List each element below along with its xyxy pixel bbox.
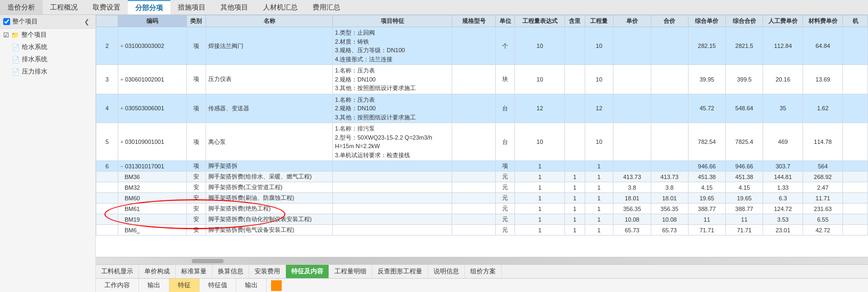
horizontal-scrollbar[interactable] — [96, 257, 868, 264]
sidebar-item-water[interactable]: 📄 给水系统 — [0, 41, 95, 53]
cell-type: 项 — [186, 27, 206, 65]
cell-mat: 231.63 — [803, 204, 843, 214]
tab-pricing[interactable]: 组价方案 — [465, 265, 502, 278]
nav-item-sections[interactable]: 分部分项 — [128, 0, 170, 14]
nav-item-resources[interactable]: 人材机汇总 — [256, 0, 305, 14]
sub-bottom-bar: 工作内容 输出 特征 特征值 输出 — [96, 278, 868, 292]
cell-uprice — [613, 161, 651, 172]
cell-unit: 个 — [496, 27, 515, 65]
cell-comp-uprice: 946.66 — [688, 161, 725, 172]
cell-expr: 1 — [515, 182, 565, 193]
whole-project-checkbox[interactable] — [3, 18, 10, 25]
cell-spec — [452, 65, 496, 94]
table-area[interactable]: 编码 类别 名称 项目特征 规格型号 单位 工程量表达式 含里 工程量 单价 合… — [96, 15, 868, 257]
collapse-icon[interactable]: ❮ — [81, 17, 92, 26]
sidebar-header: 整个项目 ❮ — [0, 15, 95, 29]
cell-comp-total: 451.38 — [726, 172, 763, 182]
sidebar: 整个项目 ❮ ☑ 📁 整个项目 📄 给水系统 📄 排水系统 📄 压 — [0, 15, 96, 292]
cell-code: + 030601002001 — [118, 65, 186, 94]
cell-comp-uprice: 4.15 — [688, 182, 725, 193]
table-row[interactable]: BM6_安脚手架搭拆费(电气设备安装工程)元11165.7365.7371.71… — [96, 225, 868, 236]
cell-spec — [452, 214, 496, 225]
cell-expr: 10 — [515, 123, 565, 161]
tab-standard[interactable]: 标准算量 — [176, 265, 212, 278]
col-num — [96, 15, 118, 27]
tab-conversion[interactable]: 换算信息 — [212, 265, 249, 278]
nav-item-other[interactable]: 其他项目 — [213, 0, 256, 14]
sidebar-whole-label: 整个项目 — [21, 30, 47, 39]
cell-num: 6 — [96, 161, 118, 172]
cell-contain — [565, 27, 585, 65]
cell-contain — [565, 161, 585, 172]
cell-mech — [843, 225, 868, 236]
table-row[interactable]: 2+ 031003003002项焊接法兰阀门1.类型：止回阀2.材质：铸铁3.规… — [96, 27, 868, 65]
cell-total — [651, 161, 688, 172]
sidebar-item-drain[interactable]: 📄 排水系统 — [0, 53, 95, 66]
cell-comp-uprice: 451.38 — [688, 172, 725, 182]
nav-item-measures[interactable]: 措施项目 — [170, 0, 213, 14]
cell-comp-total: 71.71 — [726, 225, 763, 236]
cell-contain: 1 — [565, 214, 585, 225]
tab-install[interactable]: 安装费用 — [249, 265, 286, 278]
tab-qty-detail[interactable]: 工程量明细 — [329, 265, 372, 278]
tab-feature-content[interactable]: 特征及内容 — [286, 265, 329, 278]
cell-code: BM36 — [118, 172, 186, 182]
main-table: 编码 类别 名称 项目特征 规格型号 单位 工程量表达式 含里 工程量 单价 合… — [96, 15, 868, 236]
nav-item-fees[interactable]: 取费设置 — [85, 0, 128, 14]
cell-feature — [333, 225, 452, 236]
cell-unit: 项 — [496, 161, 515, 172]
col-mech: 机 — [843, 15, 868, 27]
right-panel: 编码 类别 名称 项目特征 规格型号 单位 工程量表达式 含里 工程量 单价 合… — [96, 15, 868, 292]
table-row[interactable]: BM60安脚手架搭拆费(刷油、防腐蚀工程)元11118.0118.0119.65… — [96, 193, 868, 204]
cell-mech — [843, 193, 868, 204]
sub-feature-value[interactable]: 特征值 — [200, 279, 236, 292]
sidebar-item-pressure[interactable]: 📄 压力排水 — [0, 66, 95, 78]
cell-labor: 23.01 — [763, 225, 803, 236]
table-row[interactable]: BM61安脚手架搭拆费(绝热工程)元111356.35356.35388.773… — [96, 204, 868, 214]
cell-mech — [843, 123, 868, 161]
cell-labor: 144.81 — [763, 172, 803, 182]
sub-output2[interactable]: 输出 — [236, 279, 267, 292]
table-row[interactable]: 6− 031301017001项脚手架搭拆项11946.66946.66303.… — [96, 161, 868, 172]
cell-expr: 10 — [515, 65, 565, 94]
tab-material[interactable]: 工料机显示 — [96, 265, 139, 278]
sub-feature[interactable]: 特征 — [169, 279, 200, 292]
table-row[interactable]: BM19安脚手架搭拆费(自动化控制仪表安装工程)元11110.0810.0811… — [96, 214, 868, 225]
cell-type: 安 — [186, 204, 206, 214]
cell-uprice: 3.8 — [613, 182, 651, 193]
sidebar-item-whole[interactable]: ☑ 📁 整个项目 — [0, 29, 95, 41]
tab-price-comp[interactable]: 单价构成 — [139, 265, 176, 278]
cell-spec — [452, 225, 496, 236]
tab-description[interactable]: 说明信息 — [428, 265, 465, 278]
cell-spec — [452, 182, 496, 193]
sidebar-header-label: 整个项目 — [12, 17, 38, 26]
sub-work-content[interactable]: 工作内容 — [96, 279, 139, 292]
cell-spec — [452, 123, 496, 161]
table-row[interactable]: 3+ 030601002001项压力仪表1.名称：压力表2.规格：DN1003.… — [96, 65, 868, 94]
cell-unit: 台 — [496, 94, 515, 123]
table-row[interactable]: BM32安脚手架搭拆费(工业管道工程)元1113.83.84.154.151.3… — [96, 182, 868, 193]
cell-mat: 42.72 — [803, 225, 843, 236]
sub-output1[interactable]: 输出 — [139, 279, 169, 292]
cell-qty: 1 — [585, 225, 613, 236]
nav-item-costs[interactable]: 费用汇总 — [305, 0, 348, 14]
table-row[interactable]: 5+ 030109001001项离心泵1.名称：排污泵2.型号：50XWQ23-… — [96, 123, 868, 161]
col-type: 类别 — [186, 15, 206, 27]
cell-type: 安 — [186, 182, 206, 193]
cell-mat: 64.84 — [803, 27, 843, 65]
table-row[interactable]: 4+ 030503006001项传感器、变送器1.名称：压力表2.规格：DN10… — [96, 94, 868, 123]
checkbox-icon: ☑ — [3, 31, 9, 39]
cell-mech — [843, 65, 868, 94]
nav-item-analysis[interactable]: 造价分析 — [0, 0, 43, 14]
cell-qty: 1 — [585, 204, 613, 214]
cell-labor: 469 — [763, 123, 803, 161]
cell-labor: 6.3 — [763, 193, 803, 204]
cell-comp-total: 19.65 — [726, 193, 763, 204]
tab-review-qty[interactable]: 反查图形工程量 — [372, 265, 428, 278]
cell-spec — [452, 193, 496, 204]
cell-code: BM61 — [118, 204, 186, 214]
nav-item-overview[interactable]: 工程概况 — [43, 0, 85, 14]
cell-type: 安 — [186, 172, 206, 182]
table-row[interactable]: BM36安脚手架搭拆费(给排水、采暖、燃气工程)元111413.73413.73… — [96, 172, 868, 182]
cell-labor: 303.7 — [763, 161, 803, 172]
